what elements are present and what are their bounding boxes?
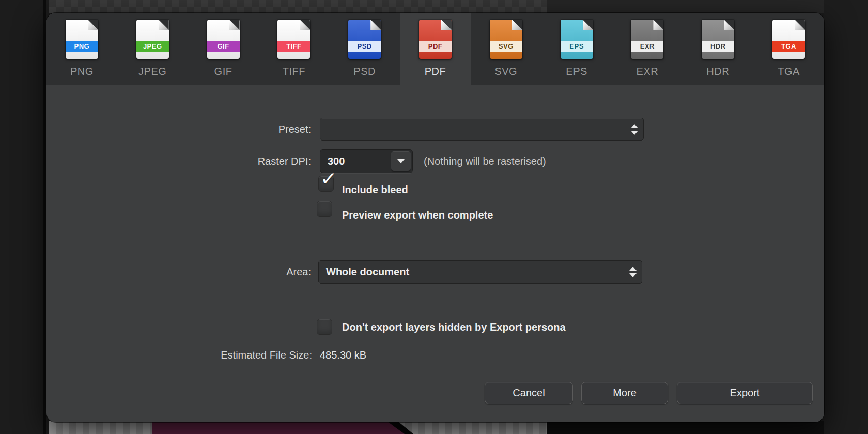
- cancel-button[interactable]: Cancel: [485, 382, 573, 404]
- include-bleed-label: Include bleed: [342, 184, 408, 196]
- tab-eps[interactable]: EPS EPS: [541, 13, 612, 85]
- preset-dropdown[interactable]: [320, 118, 644, 141]
- tab-png[interactable]: PNG PNG: [47, 13, 117, 85]
- tab-label: GIF: [214, 66, 233, 78]
- area-value: Whole document: [319, 266, 624, 278]
- eps-file-icon: EPS: [561, 20, 593, 59]
- preview-export-label: Preview export when complete: [342, 209, 493, 221]
- tab-label: PSD: [353, 66, 376, 78]
- file-icon-band: GIF: [207, 41, 240, 52]
- export-button[interactable]: Export: [677, 382, 813, 404]
- tab-label: HDR: [706, 66, 730, 78]
- file-icon-band: TGA: [772, 41, 805, 52]
- area-dropdown[interactable]: Whole document: [318, 260, 642, 284]
- tab-tga[interactable]: TGA TGA: [753, 13, 824, 85]
- include-bleed-checkbox[interactable]: ✓: [318, 176, 334, 192]
- tiff-file-icon: TIFF: [277, 20, 310, 59]
- tab-label: TIFF: [283, 66, 305, 78]
- area-stepper-icon[interactable]: [624, 267, 642, 277]
- raster-dpi-dropdown-arrow-icon[interactable]: [391, 151, 411, 171]
- svg-file-icon: SVG: [490, 20, 522, 59]
- estimated-size-value: 485.30 kB: [320, 349, 366, 361]
- tab-svg[interactable]: SVG SVG: [471, 13, 541, 85]
- tab-psd[interactable]: PSD PSD: [329, 13, 400, 85]
- tab-label: PDF: [425, 66, 446, 78]
- canvas-bottom-strip: [49, 421, 547, 434]
- tab-label: EXR: [637, 66, 659, 78]
- hidden-layers-checkbox[interactable]: ✓: [317, 319, 332, 335]
- file-icon-band: PDF: [419, 41, 452, 52]
- artboard-shape: [152, 421, 405, 434]
- tab-pdf[interactable]: PDF PDF: [400, 13, 471, 85]
- jpeg-file-icon: JPEG: [136, 20, 169, 59]
- export-dialog: PNG PNG JPEG JPEG GIF GIF: [47, 13, 824, 422]
- file-icon-band: PSD: [348, 41, 381, 52]
- preset-label: Preset:: [217, 123, 311, 135]
- pdf-file-icon: PDF: [419, 20, 452, 59]
- bottom-right-background: [547, 421, 824, 434]
- tab-label: TGA: [778, 66, 800, 78]
- preview-export-checkbox[interactable]: ✓: [317, 201, 332, 217]
- left-background-column: [0, 0, 47, 434]
- panel-background: [547, 0, 868, 13]
- format-tabstrip: PNG PNG JPEG JPEG GIF GIF: [47, 13, 824, 85]
- area-label: Area:: [217, 266, 311, 278]
- tab-exr[interactable]: EXR EXR: [612, 13, 683, 85]
- preset-stepper-icon[interactable]: [626, 124, 643, 135]
- file-icon-band: TIFF: [277, 41, 310, 52]
- tab-label: JPEG: [138, 66, 166, 78]
- tab-label: SVG: [494, 66, 517, 78]
- gif-file-icon: GIF: [207, 20, 240, 59]
- hidden-layers-label: Don't export layers hidden by Export per…: [342, 321, 566, 333]
- file-icon-band: HDR: [702, 41, 734, 52]
- png-file-icon: PNG: [66, 20, 98, 59]
- file-icon-band: JPEG: [136, 41, 169, 52]
- app-screen: PNG PNG JPEG JPEG GIF GIF: [0, 0, 868, 434]
- tab-label: PNG: [70, 66, 94, 78]
- file-icon-band: EPS: [561, 41, 593, 52]
- checkmark-icon: ✓: [320, 168, 337, 189]
- tab-gif[interactable]: GIF GIF: [188, 13, 259, 85]
- estimated-size-label: Estimated File Size:: [183, 349, 312, 361]
- file-icon-band: SVG: [490, 41, 522, 52]
- canvas-transparency-checker: [49, 0, 547, 13]
- more-button[interactable]: More: [581, 382, 668, 404]
- tab-hdr[interactable]: HDR HDR: [683, 13, 753, 85]
- tab-jpeg[interactable]: JPEG JPEG: [117, 13, 188, 85]
- tab-label: EPS: [566, 66, 587, 78]
- raster-note: (Nothing will be rasterised): [424, 156, 546, 167]
- raster-dpi-label: Raster DPI:: [217, 156, 311, 167]
- tga-file-icon: TGA: [772, 20, 805, 59]
- exr-file-icon: EXR: [631, 20, 663, 59]
- file-icon-band: PNG: [66, 41, 98, 52]
- file-icon-band: EXR: [631, 41, 663, 52]
- right-background-column: [824, 0, 868, 434]
- hdr-file-icon: HDR: [702, 20, 734, 59]
- psd-file-icon: PSD: [348, 20, 381, 59]
- tab-tiff[interactable]: TIFF TIFF: [258, 13, 329, 85]
